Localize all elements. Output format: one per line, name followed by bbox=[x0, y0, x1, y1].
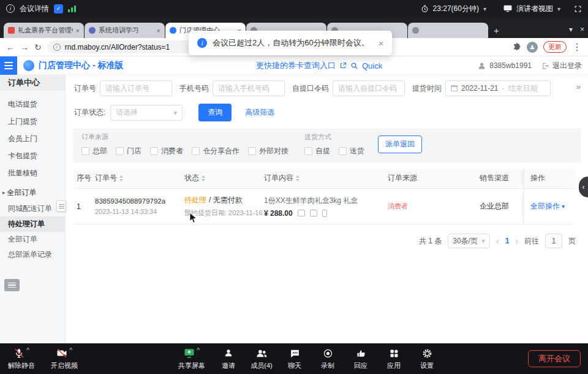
share-options-caret-icon[interactable]: ^ bbox=[197, 347, 200, 354]
sidebar-group-all-orders[interactable]: ▸ 全部订单 bbox=[0, 184, 65, 201]
sidebar-collapse-handle[interactable] bbox=[56, 200, 66, 212]
page-unit-label: 页 bbox=[568, 236, 576, 246]
account-menu[interactable]: 8385wb1991 bbox=[477, 61, 532, 71]
browser-menu-icon[interactable]: ⋮ bbox=[572, 41, 582, 53]
order-no-label: 订单号 bbox=[74, 83, 96, 94]
sort-icon[interactable] bbox=[296, 175, 300, 181]
sidebar-item-card-pickup[interactable]: 卡包提货 bbox=[0, 147, 65, 164]
checkbox-source-share-coop[interactable]: 仓分享合作 bbox=[192, 146, 239, 156]
quick-entry-link[interactable]: 更快捷的券卡查询入口 bbox=[256, 60, 336, 71]
chevron-down-icon: ▾ bbox=[562, 203, 565, 210]
checkbox-source-hq[interactable]: 总部 bbox=[81, 146, 107, 156]
apps-button[interactable]: 应用 bbox=[377, 343, 410, 374]
advanced-filter-link[interactable]: 高级筛选 bbox=[245, 107, 274, 118]
checkbox-source-store[interactable]: 门店 bbox=[116, 146, 141, 156]
new-tab-button[interactable]: + bbox=[494, 25, 499, 36]
site-info-icon[interactable]: i bbox=[53, 44, 61, 51]
date-range-picker[interactable]: 2022-11-21 - 结束日期 bbox=[445, 80, 551, 96]
row-actions-dropdown[interactable]: 全部操作 ▾ bbox=[530, 201, 565, 212]
phone-input[interactable] bbox=[213, 80, 285, 96]
orders-page: » 订单号 手机号码 自提口令码 提货时间 2022-11-21 - 结束日期 … bbox=[66, 75, 588, 343]
settings-button[interactable]: 设置 bbox=[410, 343, 443, 374]
sidebar-item-member-visit[interactable]: 会员上门 bbox=[0, 130, 65, 147]
members-button[interactable]: 成员(4) bbox=[245, 343, 278, 374]
checkbox-delivery-deliver[interactable]: 送货 bbox=[339, 146, 364, 156]
sidebar-item-hq-dispatch-records[interactable]: 总部派单记录 bbox=[0, 247, 65, 262]
video-options-caret-icon[interactable]: ^ bbox=[69, 347, 72, 354]
sidebar-item-pending-orders[interactable]: 待处理订单 bbox=[0, 216, 65, 232]
sidebar-item-door-pickup[interactable]: 上门提货 bbox=[0, 113, 65, 130]
date-end-placeholder: 结束日期 bbox=[508, 83, 538, 94]
checkbox-source-external[interactable]: 外部对接 bbox=[248, 146, 288, 156]
mic-options-caret-icon[interactable]: ^ bbox=[26, 347, 29, 354]
meeting-details-label[interactable]: 会议详情 bbox=[20, 4, 49, 14]
tab-favicon bbox=[8, 27, 15, 34]
logout-button[interactable]: 退出登录 bbox=[541, 61, 582, 71]
meeting-toast: i 会议已超过2人，自动转为60分钟限时会议。 × bbox=[189, 31, 392, 55]
view-mode-caret-icon[interactable]: ▾ bbox=[557, 6, 560, 12]
sidebar-item-city-delivery-orders[interactable]: 同城配送订单 bbox=[0, 201, 65, 216]
reload-icon[interactable]: ↻ bbox=[34, 42, 42, 52]
fullscreen-icon[interactable] bbox=[574, 5, 582, 13]
header-content[interactable]: 订单内容 bbox=[264, 168, 388, 188]
page-size-select[interactable]: 30条/页 ▾ bbox=[448, 234, 490, 248]
extensions-puzzle-icon[interactable] bbox=[513, 43, 521, 52]
checkbox-source-consumer[interactable]: 消费者 bbox=[150, 146, 183, 156]
goto-page-input[interactable] bbox=[545, 234, 562, 248]
invite-button[interactable]: 邀请 bbox=[212, 343, 245, 374]
browser-profile-avatar[interactable] bbox=[527, 42, 538, 53]
prev-page-icon[interactable]: ‹ bbox=[496, 236, 499, 246]
total-count: 共 1 条 bbox=[419, 236, 442, 246]
tab-search-caret-icon[interactable]: ▾ bbox=[569, 25, 573, 34]
checkbox-delivery-pickup[interactable]: 自提 bbox=[304, 146, 330, 156]
order-no-input[interactable] bbox=[100, 80, 172, 96]
current-page[interactable]: 1 bbox=[505, 237, 510, 245]
dispatch-return-button[interactable]: 派单退回 bbox=[378, 135, 422, 153]
timer-caret-icon[interactable]: ▾ bbox=[483, 6, 486, 12]
sidebar-list-tool-button[interactable] bbox=[4, 279, 20, 291]
forward-icon[interactable]: → bbox=[20, 42, 29, 52]
quick-label[interactable]: Quick bbox=[362, 61, 382, 71]
phone-icon[interactable] bbox=[322, 210, 327, 217]
video-button[interactable]: ^ 开启视频 bbox=[45, 343, 83, 374]
sort-icon[interactable] bbox=[119, 175, 123, 181]
meeting-toolbar: ^ 解除静音 ^ 开启视频 ^ 共享屏幕 邀请 成员(4) bbox=[0, 343, 588, 374]
sidebar-toggle-button[interactable] bbox=[0, 56, 17, 75]
pickup-time-label: 提货时间 bbox=[412, 83, 442, 94]
browser-update-button[interactable]: 更新 bbox=[543, 41, 567, 53]
sidebar-item-batch-redeem[interactable]: 批量核销 bbox=[0, 164, 65, 181]
view-mode-label[interactable]: 演讲者视图 bbox=[516, 4, 553, 14]
pickup-code-input[interactable] bbox=[333, 80, 405, 96]
print-icon[interactable] bbox=[298, 210, 305, 216]
share-screen-button[interactable]: ^ 共享屏幕 bbox=[172, 343, 212, 374]
toast-close-icon[interactable]: × bbox=[379, 38, 384, 48]
tab-close-icon[interactable]: × bbox=[157, 27, 160, 34]
browser-tab[interactable]: 礼盒票券平台管理中心 × bbox=[4, 23, 84, 38]
app-logo bbox=[23, 60, 34, 71]
window-close-icon[interactable]: × bbox=[580, 25, 584, 34]
mute-button[interactable]: ^ 解除静音 bbox=[2, 343, 40, 374]
leave-meeting-button[interactable]: 离开会议 bbox=[528, 350, 581, 367]
sidebar-item-all-orders[interactable]: 全部订单 bbox=[0, 232, 65, 247]
filters-collapse-icon[interactable]: » bbox=[576, 82, 581, 91]
sort-icon[interactable] bbox=[202, 175, 205, 181]
back-icon[interactable]: ← bbox=[6, 42, 15, 52]
header-status[interactable]: 状态 bbox=[184, 168, 264, 188]
search-button[interactable]: 查询 bbox=[198, 104, 232, 121]
pagination: 共 1 条 30条/页 ▾ ‹ 1 › 前往 页 bbox=[66, 234, 576, 248]
external-link-icon[interactable] bbox=[339, 62, 347, 69]
order-status-select[interactable]: 请选择 ▾ bbox=[110, 105, 183, 121]
header-order-no[interactable]: 订单号 bbox=[95, 168, 184, 188]
network-signal-icon bbox=[68, 5, 76, 12]
record-button[interactable]: 录制 bbox=[311, 343, 344, 374]
search-icon[interactable] bbox=[350, 62, 358, 70]
sidebar-item-phone-pickup[interactable]: 电话提货 bbox=[0, 96, 65, 113]
browser-tab[interactable]: 系统培训学习 × bbox=[85, 23, 165, 38]
chevron-down-icon: ▾ bbox=[481, 237, 485, 245]
reaction-button[interactable]: 回应 bbox=[344, 343, 377, 374]
browser-tab[interactable] bbox=[408, 23, 488, 38]
message-icon[interactable] bbox=[310, 210, 317, 216]
tab-close-icon[interactable]: × bbox=[76, 27, 80, 34]
chat-button[interactable]: 聊天 bbox=[278, 343, 311, 374]
next-page-icon[interactable]: › bbox=[515, 236, 518, 246]
